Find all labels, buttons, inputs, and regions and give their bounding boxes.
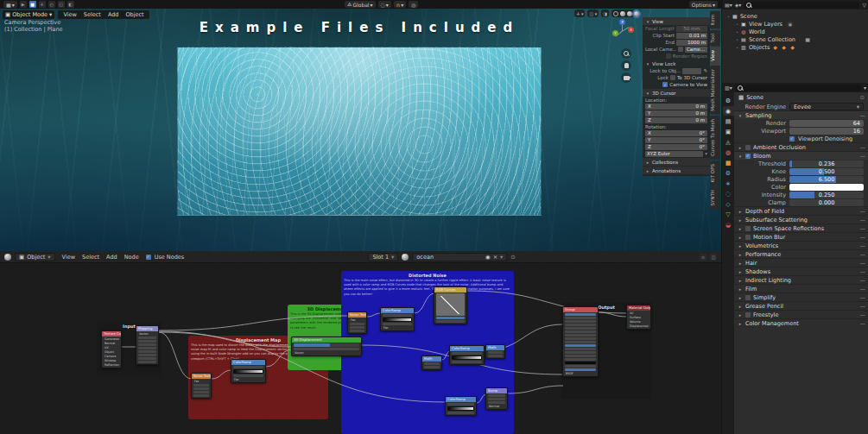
camera-view-button[interactable]	[621, 72, 631, 83]
material-name-field[interactable]: ocean◉×▾	[412, 253, 507, 261]
object-icon[interactable]: ◆	[789, 44, 796, 50]
section-checkbox[interactable]	[745, 295, 751, 300]
section-indirect-lighting[interactable]: ▸Indirect Lighting—	[734, 275, 868, 284]
node-math-2[interactable]: Math	[485, 344, 505, 359]
local-camera-checkbox[interactable]	[678, 47, 683, 52]
node-bump[interactable]: BumpNormal	[485, 387, 508, 410]
shading-solid-button[interactable]	[620, 11, 625, 16]
node-header[interactable]: Material Output	[627, 305, 650, 311]
exclude-toggle[interactable]: ▣	[787, 21, 794, 28]
tab-render[interactable]: ◉	[723, 106, 734, 116]
section-subsurface-scattering[interactable]: ▸Subsurface Scattering—	[734, 215, 868, 223]
object-icon[interactable]: ◆	[781, 44, 788, 50]
node-header[interactable]: Bump	[486, 388, 507, 393]
outliner-row-objects[interactable]: •▥Objects◆◆◆	[724, 43, 867, 51]
disclosure-dot[interactable]: •	[736, 22, 738, 27]
bloom-radius-slider[interactable]: 6.500	[789, 176, 864, 183]
node-rgb-curves[interactable]: RGB Curves	[434, 286, 467, 324]
node-header[interactable]: Noise Texture	[192, 374, 211, 379]
gizmo-toggle[interactable]: ✛ ▾	[574, 9, 585, 17]
npanel-tab-synth[interactable]: SYNTH	[710, 186, 720, 209]
to-3d-cursor-checkbox[interactable]	[670, 75, 675, 80]
node-header[interactable]: ColorRamp	[381, 308, 414, 313]
tool-rotate-icon[interactable]: ◴	[48, 1, 55, 8]
unlink-icon[interactable]: ×	[493, 254, 497, 261]
node-header[interactable]: Math	[422, 356, 441, 362]
bloom-color-swatch[interactable]	[789, 184, 864, 191]
properties-editor-icon[interactable]: ▥▾	[725, 85, 732, 91]
lock-object-field[interactable]	[682, 68, 701, 74]
material-browse-icon[interactable]	[402, 254, 409, 261]
node-canvas[interactable]: InputDisplacement MapThis is the map use…	[0, 264, 721, 434]
outliner-search-input[interactable]	[744, 2, 859, 9]
viewport-3d[interactable]: ▦▾ ▶ ■ ✛ ◴ ◱ ◧ ⟁Global▾ ◌▾ ∩▾ ◎ Options▾…	[0, 0, 721, 251]
node-colorramp-4[interactable]: ColorRamp	[445, 396, 477, 416]
snap-toggle[interactable]: ∩▾	[394, 1, 406, 8]
tab-tool[interactable]: ⚙	[723, 96, 734, 105]
transform-pivot-dropdown[interactable]: ◌▾	[378, 1, 391, 8]
menu-add[interactable]: Add	[105, 11, 123, 18]
section-shadows[interactable]: ▸Shadows—	[734, 267, 868, 275]
tab-output[interactable]: ▤	[723, 116, 734, 126]
render-region-checkbox[interactable]	[666, 53, 671, 59]
node-texture-coordinate[interactable]: Texture CoordinateGeneratedNormalUVObjec…	[101, 330, 122, 368]
pin-icon[interactable]: ⊙	[860, 94, 865, 101]
editor-type-selector[interactable]: ▦▾	[3, 1, 17, 8]
render-engine-dropdown[interactable]: Eevee▾	[789, 103, 864, 110]
shader-type-dropdown[interactable]: ▣Object▾	[15, 253, 55, 261]
outliner-row-scene-collection[interactable]: •▤Scene Collection▦	[724, 35, 867, 43]
outliner-filter-icon[interactable]: ◈▾	[735, 2, 742, 8]
npanel-tab-item[interactable]: Item	[710, 11, 720, 29]
section-checkbox[interactable]	[745, 312, 751, 318]
view-panel-header[interactable]: ▾View	[643, 17, 710, 25]
npanel-tab-tool[interactable]: Tool	[710, 30, 720, 47]
node-header[interactable]: 3D Displacement	[292, 337, 361, 343]
bloom-intensity-slider[interactable]: 0.250	[789, 192, 864, 198]
view-lock-header[interactable]: ▾View Lock	[643, 60, 710, 67]
section-ambient-occlusion[interactable]: ▸Ambient Occlusion—	[734, 142, 868, 151]
cursor-location-x-field[interactable]: X0 m	[645, 104, 707, 110]
clip-end-field[interactable]: 1000 m	[676, 40, 707, 46]
shading-rendered-button[interactable]	[634, 11, 639, 16]
clip-start-field[interactable]: 0.01 m	[676, 33, 707, 39]
node-menu-view[interactable]: View	[59, 254, 79, 261]
node-group-ocean-shader[interactable]: GroupBSDF	[562, 306, 599, 377]
overlays-toggle[interactable]: ◫ ▾	[587, 9, 599, 17]
section-grease-pencil[interactable]: ▸Grease Pencil—	[734, 301, 868, 310]
transform-orientation-dropdown[interactable]: ⟁Global▾	[345, 1, 376, 8]
node-header[interactable]: ColorRamp	[450, 346, 484, 351]
tab-view-layer[interactable]: ▣	[723, 127, 734, 136]
use-nodes-checkbox[interactable]: ✓	[146, 255, 151, 260]
object-icon[interactable]: ◆	[772, 44, 779, 50]
menu-select[interactable]: Select	[80, 11, 105, 18]
section-simplify[interactable]: ▸Simplify—	[734, 292, 868, 301]
tab-scene[interactable]: ◬	[723, 137, 734, 147]
cursor-rotation-x-field[interactable]: X0°	[645, 130, 707, 136]
zoom-tool-button[interactable]	[621, 48, 631, 59]
node-header[interactable]: Mapping	[136, 326, 158, 331]
pan-tool-button[interactable]	[621, 60, 631, 71]
outliner-funnel-icon[interactable]: ▽	[862, 2, 866, 8]
fake-user-icon[interactable]: ◉	[485, 254, 491, 261]
tool-move-icon[interactable]: ✛	[39, 1, 46, 8]
axis-negz[interactable]	[618, 36, 622, 41]
properties-editor[interactable]: ▥▾ ▾ ⚙◉▤▣◬◍■⚙∗◌◇▽◒ ▦ Scene ⊙ Render Engi…	[722, 83, 868, 434]
tab-material[interactable]: ◒	[723, 220, 734, 230]
rotation-mode-dropdown[interactable]: XYZ Euler	[645, 151, 703, 157]
options-dropdown[interactable]: Options▾	[689, 1, 718, 8]
tab-world[interactable]: ◍	[723, 148, 734, 157]
eyedropper-icon[interactable]: ✎	[703, 68, 707, 73]
outliner-row-view-layers[interactable]: •▣View Layers▣	[724, 20, 867, 28]
node-header[interactable]: Texture Coordinate	[102, 331, 121, 337]
outliner-editor[interactable]: ▤▾ ◈▾ ▽ •▦Scene•▣View Layers▣•◍World•▤Sc…	[722, 0, 868, 83]
node-noise-texture-1[interactable]: Noise TextureFac	[191, 373, 212, 399]
bloom-clamp-slider[interactable]: 0.000	[789, 199, 864, 206]
panel-header-annotations[interactable]: ▸Annotations	[643, 167, 710, 174]
disclosure-dot[interactable]: •	[736, 29, 738, 35]
node-noise-texture-2[interactable]: Noise TextureFac	[347, 311, 367, 334]
tab-object-data[interactable]: ▽	[723, 210, 734, 219]
node-header[interactable]: ColorRamp	[446, 397, 476, 402]
node-colorramp-1[interactable]: ColorRampFac	[231, 359, 266, 383]
npanel-tab-mesh-materializer[interactable]: Mesh Materializer	[710, 66, 720, 115]
section-film[interactable]: ▸Film—	[734, 284, 868, 292]
